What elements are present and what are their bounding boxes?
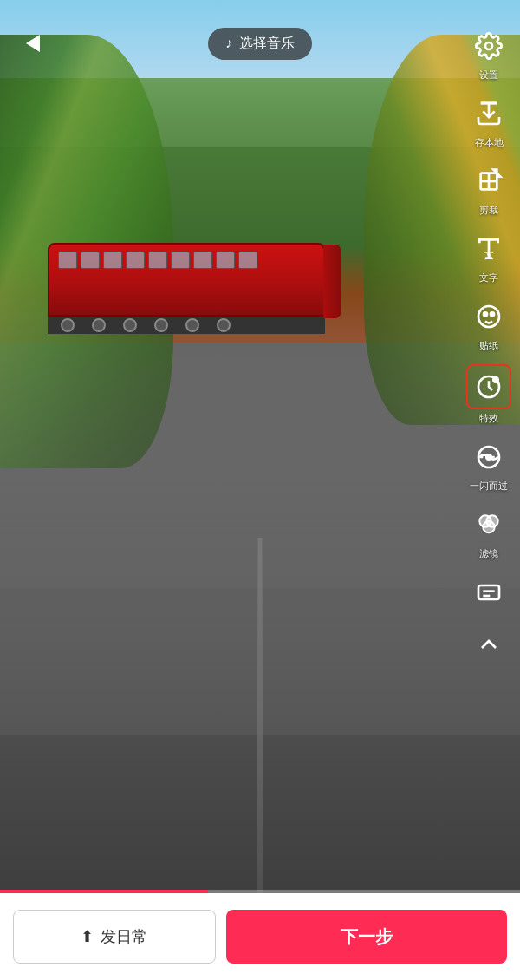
bottom-bar: ⬆ 发日常 下一步 <box>0 893 520 980</box>
caption-icon <box>469 572 509 612</box>
effects-icon <box>466 364 511 409</box>
train <box>48 243 325 364</box>
music-select-button[interactable]: ♪ 选择音乐 <box>208 28 312 60</box>
text-icon: 文 <box>469 229 509 269</box>
svg-point-10 <box>484 312 487 316</box>
sidebar-item-save-local[interactable]: 存本地 <box>469 94 509 149</box>
settings-label: 设置 <box>479 69 498 82</box>
upload-icon: ⬆ <box>81 927 94 946</box>
svg-point-19 <box>483 521 494 532</box>
sidebar-item-text[interactable]: 文 文字 <box>469 229 509 284</box>
sidebar-item-collapse[interactable] <box>469 624 509 664</box>
trim-label: 剪裁 <box>479 204 498 217</box>
svg-point-13 <box>493 377 497 382</box>
svg-point-11 <box>491 312 494 316</box>
sidebar-item-settings[interactable]: 设置 <box>469 26 509 82</box>
effects-label: 特效 <box>479 412 498 425</box>
filter-label: 滤镜 <box>479 547 498 560</box>
next-label: 下一步 <box>341 925 393 949</box>
sidebar-item-caption[interactable] <box>469 572 509 612</box>
sidebar-item-effects[interactable]: 特效 <box>466 364 511 425</box>
screen: ♪ 选择音乐 设置 <box>0 0 520 980</box>
sticker-icon <box>469 297 509 336</box>
publish-daily-label: 发日常 <box>101 926 147 947</box>
svg-text:文: 文 <box>484 250 494 260</box>
flash-icon <box>469 437 509 477</box>
sticker-label: 贴纸 <box>479 339 498 352</box>
sidebar-item-trim[interactable]: 剪裁 <box>469 161 509 217</box>
sidebar-item-flash[interactable]: 一闪而过 <box>469 437 509 493</box>
save-local-label: 存本地 <box>475 136 504 149</box>
sidebar-item-sticker[interactable]: 贴纸 <box>469 297 509 352</box>
right-sidebar: 设置 存本地 <box>466 26 511 664</box>
next-button[interactable]: 下一步 <box>226 910 507 964</box>
publish-daily-button[interactable]: ⬆ 发日常 <box>13 910 216 964</box>
trim-icon <box>469 161 509 201</box>
gear-icon <box>469 26 509 66</box>
music-icon: ♪ <box>225 36 232 51</box>
back-arrow-icon <box>26 35 40 52</box>
filter-icon <box>469 505 509 545</box>
svg-point-0 <box>485 42 492 49</box>
save-icon <box>469 94 509 134</box>
text-label: 文字 <box>479 271 498 284</box>
back-button[interactable] <box>17 28 49 59</box>
chevron-up-icon <box>469 624 509 664</box>
sidebar-item-filter[interactable]: 滤镜 <box>469 505 509 560</box>
flash-label: 一闪而过 <box>470 480 508 493</box>
svg-point-16 <box>486 454 491 459</box>
music-button-label: 选择音乐 <box>239 35 295 53</box>
top-bar: ♪ 选择音乐 <box>0 0 520 69</box>
